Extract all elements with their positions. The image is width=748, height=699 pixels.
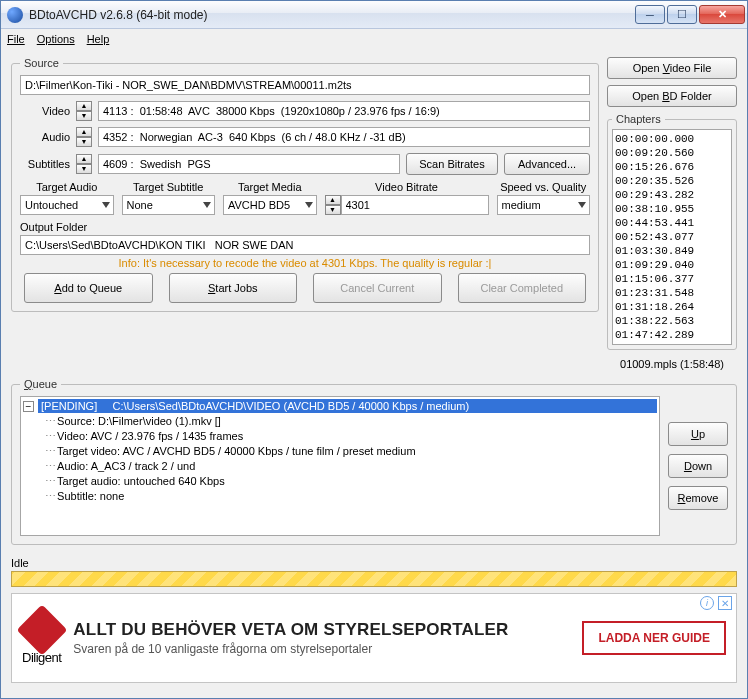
- advanced-button[interactable]: Advanced...: [504, 153, 590, 175]
- open-video-file-button[interactable]: Open Video File: [607, 57, 737, 79]
- video-spin-up[interactable]: ▲: [76, 101, 92, 111]
- target-audio-label: Target Audio: [20, 181, 114, 193]
- sub-spin-down[interactable]: ▼: [76, 164, 92, 174]
- queue-up-button[interactable]: Up: [668, 422, 728, 446]
- bitrate-spin-down[interactable]: ▼: [325, 205, 341, 215]
- chapter-item[interactable]: 01:03:30.849: [615, 244, 729, 258]
- chapter-item[interactable]: 00:44:53.441: [615, 216, 729, 230]
- mpls-label: 01009.mpls (1:58:48): [607, 356, 737, 372]
- output-folder-input[interactable]: [20, 235, 590, 255]
- titlebar[interactable]: BDtoAVCHD v2.6.8 (64-bit mode) ─ ☐ ✕: [1, 1, 747, 29]
- chapter-item[interactable]: 00:15:26.676: [615, 160, 729, 174]
- chapter-item[interactable]: 00:38:10.955: [615, 202, 729, 216]
- app-icon: [7, 7, 23, 23]
- window-title: BDtoAVCHD v2.6.8 (64-bit mode): [29, 8, 635, 22]
- chapter-item[interactable]: 01:15:06.377: [615, 272, 729, 286]
- menubar: File Options Help: [1, 29, 747, 49]
- menu-file[interactable]: File: [7, 33, 25, 45]
- chapter-item[interactable]: 01:09:29.040: [615, 258, 729, 272]
- audio-label: Audio: [20, 131, 70, 143]
- target-subtitle-select[interactable]: None: [122, 195, 216, 215]
- info-line: Info: It's necessary to recode the video…: [20, 255, 590, 273]
- ad-close-icon[interactable]: ✕: [718, 596, 732, 610]
- source-path-input[interactable]: [20, 75, 590, 95]
- queue-tree[interactable]: − [PENDING] C:\Users\Sed\BDtoAVCHD\VIDEO…: [20, 396, 660, 536]
- speed-quality-select[interactable]: medium: [497, 195, 591, 215]
- source-legend: Source: [20, 57, 63, 69]
- target-media-label: Target Media: [223, 181, 317, 193]
- bitrate-spin-up[interactable]: ▲: [325, 195, 341, 205]
- chapter-item[interactable]: 00:52:43.077: [615, 230, 729, 244]
- queue-remove-button[interactable]: Remove: [668, 486, 728, 510]
- queue-detail-line: Video: AVC / 23.976 fps / 1435 frames: [45, 429, 657, 444]
- scan-bitrates-button[interactable]: Scan Bitrates: [406, 153, 498, 175]
- close-button[interactable]: ✕: [699, 5, 745, 24]
- chapter-item[interactable]: 01:31:18.264: [615, 300, 729, 314]
- menu-help[interactable]: Help: [87, 33, 110, 45]
- speed-quality-label: Speed vs. Quality: [497, 181, 591, 193]
- clear-completed-button[interactable]: Clear Completed: [458, 273, 587, 303]
- ad-headline: ALLT DU BEHÖVER VETA OM STYRELSEPORTALER: [73, 620, 570, 640]
- open-bd-folder-button[interactable]: Open BD Folder: [607, 85, 737, 107]
- chapter-item[interactable]: 01:38:22.563: [615, 314, 729, 328]
- progress-bar: [11, 571, 737, 587]
- status-label: Idle: [11, 557, 737, 569]
- ad-info-icon[interactable]: i: [700, 596, 714, 610]
- ad-subtext: Svaren på de 10 vanligaste frågorna om s…: [73, 642, 570, 656]
- sub-spin-up[interactable]: ▲: [76, 154, 92, 164]
- start-jobs-button[interactable]: Start Jobs: [169, 273, 298, 303]
- target-audio-select[interactable]: Untouched: [20, 195, 114, 215]
- video-bitrate-label: Video Bitrate: [325, 181, 489, 193]
- audio-track-input[interactable]: [98, 127, 590, 147]
- queue-down-button[interactable]: Down: [668, 454, 728, 478]
- queue-detail-line: Target audio: untouched 640 Kbps: [45, 474, 657, 489]
- target-media-select[interactable]: AVCHD BD5: [223, 195, 317, 215]
- ad-logo-icon: [16, 604, 67, 655]
- maximize-button[interactable]: ☐: [667, 5, 697, 24]
- queue-detail-line: Subtitle: none: [45, 489, 657, 504]
- menu-options[interactable]: Options: [37, 33, 75, 45]
- queue-detail-line: Source: D:\Filmer\video (1).mkv []: [45, 414, 657, 429]
- chapter-item[interactable]: 01:47:42.289: [615, 328, 729, 342]
- video-track-input[interactable]: [98, 101, 590, 121]
- audio-spin-down[interactable]: ▼: [76, 137, 92, 147]
- chapter-item[interactable]: 00:20:35.526: [615, 174, 729, 188]
- target-subtitle-label: Target Subtitle: [122, 181, 216, 193]
- chapter-item[interactable]: 00:00:00.000: [615, 132, 729, 146]
- output-folder-label: Output Folder: [20, 221, 590, 233]
- add-to-queue-button[interactable]: Add to Queue: [24, 273, 153, 303]
- chapter-item[interactable]: 00:29:43.282: [615, 188, 729, 202]
- queue-detail-line: Target video: AVC / AVCHD BD5 / 40000 Kb…: [45, 444, 657, 459]
- chapter-item[interactable]: 00:09:20.560: [615, 146, 729, 160]
- source-group: Source Video ▲▼ Audio ▲▼ Subtitles ▲: [11, 57, 599, 312]
- video-bitrate-input[interactable]: [341, 195, 489, 215]
- queue-item-header[interactable]: [PENDING] C:\Users\Sed\BDtoAVCHD\VIDEO (…: [38, 399, 657, 413]
- subtitle-track-input[interactable]: [98, 154, 400, 174]
- video-spin-down[interactable]: ▼: [76, 111, 92, 121]
- chapters-group: Chapters 00:00:00.00000:09:20.56000:15:2…: [607, 113, 737, 350]
- audio-spin-up[interactable]: ▲: [76, 127, 92, 137]
- queue-group: Queue − [PENDING] C:\Users\Sed\BDtoAVCHD…: [11, 378, 737, 545]
- queue-legend: Queue: [20, 378, 61, 390]
- video-label: Video: [20, 105, 70, 117]
- minimize-button[interactable]: ─: [635, 5, 665, 24]
- queue-detail-line: Audio: A_AC3 / track 2 / und: [45, 459, 657, 474]
- chapters-legend: Chapters: [612, 113, 665, 125]
- subtitles-label: Subtitles: [20, 158, 70, 170]
- tree-collapse-icon[interactable]: −: [23, 401, 34, 412]
- chapters-listbox[interactable]: 00:00:00.00000:09:20.56000:15:26.67600:2…: [612, 129, 732, 345]
- advertisement[interactable]: i ✕ Diligent ALLT DU BEHÖVER VETA OM STY…: [11, 593, 737, 683]
- chapter-item[interactable]: 01:23:31.548: [615, 286, 729, 300]
- cancel-current-button[interactable]: Cancel Current: [313, 273, 442, 303]
- ad-cta-button[interactable]: LADDA NER GUIDE: [582, 621, 726, 655]
